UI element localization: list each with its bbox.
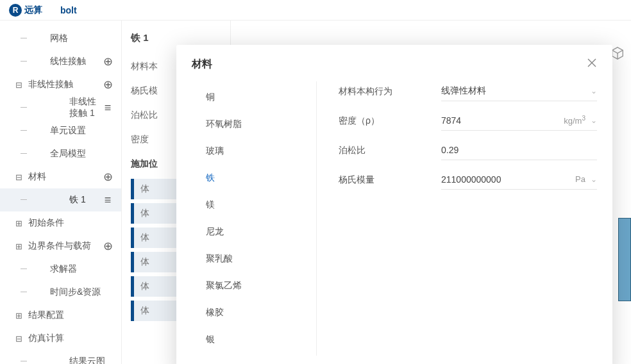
tree-item[interactable]: 时间步&资源 [0,281,121,304]
detail-title: 铁 1 [131,32,221,44]
tree-item[interactable]: 线性接触⊕ [0,50,121,73]
tree-item[interactable]: 铁 1≡ [0,188,121,211]
tree-item-label: 网格 [50,33,114,44]
tree-item-label: 非线性接触 1 [69,96,102,119]
material-option[interactable]: 铜 [192,84,316,111]
chevron-down-icon[interactable]: ⌄ [591,87,597,95]
form-row: 泊松比0.29 [339,141,597,160]
tree-item-label: 材料 [28,171,102,183]
form-row: 密度（ρ）7874kg/m3⌄ [339,112,597,131]
tree-item[interactable]: 非线性接触 1≡ [0,96,121,119]
menu-icon[interactable]: ≡ [102,101,114,115]
mesh-preview [618,218,631,301]
form-label: 杨氏模量 [339,174,441,186]
material-option[interactable]: 玻璃 [192,138,316,165]
tree-item-label: 非线性接触 [28,79,102,90]
expand-icon[interactable]: ⊞ [9,311,28,320]
material-option[interactable]: 橡胶 [192,299,316,326]
tree-item[interactable]: 全局模型 [0,142,121,165]
material-option[interactable]: 铁 [192,165,316,192]
form-label: 材料本构行为 [339,86,441,97]
expand-icon[interactable]: ⊟ [9,80,28,90]
tree-item[interactable]: 单元设置 [0,119,121,142]
form-value: 211000000000 [441,174,575,185]
material-form: 材料本构行为线弹性材料⌄密度（ρ）7874kg/m3⌄泊松比0.29杨氏模量21… [317,81,597,356]
form-row: 杨氏模量211000000000Pa⌄ [339,170,597,190]
model-tree: 网格线性接触⊕⊟非线性接触⊕非线性接触 1≡单元设置全局模型⊟材料⊕铁 1≡⊞初… [0,21,122,364]
app-header: R 远算 bolt [0,0,631,21]
tree-item[interactable]: 求解器 [0,258,121,281]
form-input[interactable]: 211000000000Pa⌄ [441,170,597,190]
expand-icon[interactable]: ⊞ [9,242,28,251]
view-cube-icon[interactable] [610,46,625,62]
form-label: 泊松比 [339,145,441,156]
chevron-down-icon[interactable]: ⌄ [591,175,597,184]
project-name[interactable]: bolt [60,5,77,15]
brand-logo: R 远算 [9,4,42,17]
form-value: 7874 [441,115,564,126]
material-option[interactable]: 镁 [192,192,316,219]
brand-mark: R [9,4,22,17]
tree-item-label: 边界条件与载荷 [28,240,102,252]
tree-item[interactable]: ⊞初始条件 [0,211,121,235]
form-row: 材料本构行为线弹性材料⌄ [339,82,597,101]
tree-item-label: 铁 1 [69,194,102,206]
menu-icon[interactable]: ≡ [102,194,114,207]
form-input[interactable]: 0.29 [441,141,597,160]
expand-icon[interactable]: ⊞ [9,219,28,228]
tree-item[interactable]: ⊟材料⊕ [0,165,121,188]
form-input[interactable]: 7874kg/m3⌄ [441,112,597,131]
material-option[interactable]: 环氧树脂 [192,111,316,138]
plus-icon[interactable]: ⊕ [102,239,114,253]
tree-item[interactable]: ⊞结果配置 [0,304,121,327]
plus-icon[interactable]: ⊕ [102,54,114,69]
tree-item-label: 结果配置 [28,310,114,321]
unit-label: kg/m3 [564,115,585,126]
form-value: 线弹性材料 [441,85,591,97]
expand-icon[interactable]: ⊟ [9,172,28,182]
material-option[interactable]: 聚乳酸 [192,245,316,272]
plus-icon[interactable]: ⊕ [102,78,114,92]
form-value: 0.29 [441,145,597,155]
tree-item-label: 时间步&资源 [50,286,114,298]
material-option[interactable]: 聚氯乙烯 [192,272,316,299]
tree-item[interactable]: ⊟非线性接触⊕ [0,73,121,96]
tree-item[interactable]: ⊟仿真计算 [0,327,121,350]
plus-icon[interactable]: ⊕ [102,170,114,184]
form-input[interactable]: 线弹性材料⌄ [441,82,597,101]
tree-item-label: 线性接触 [50,56,102,67]
tree-item-label: 全局模型 [50,148,114,160]
brand-name: 远算 [24,4,42,16]
material-list: 铜环氧树脂玻璃铁镁尼龙聚乳酸聚氯乙烯橡胶银 [192,81,317,356]
material-option[interactable]: 尼龙 [192,219,316,245]
tree-item-label: 单元设置 [50,125,114,136]
tree-item[interactable]: 网格 [0,27,121,50]
chevron-down-icon[interactable]: ⌄ [591,116,597,125]
tree-item-label: 结果云图 [69,356,114,364]
main-row: 网格线性接触⊕⊟非线性接触⊕非线性接触 1≡单元设置全局模型⊟材料⊕铁 1≡⊞初… [0,21,631,364]
tree-item-label: 求解器 [50,263,114,275]
close-icon[interactable] [587,58,597,70]
unit-label: Pa [575,174,585,184]
tree-item-label: 仿真计算 [28,333,114,344]
form-label: 密度（ρ） [339,115,441,127]
material-option[interactable]: 银 [192,326,316,353]
expand-icon[interactable]: ⊟ [9,334,28,343]
material-modal: 材料 铜环氧树脂玻璃铁镁尼龙聚乳酸聚氯乙烯橡胶银 材料本构行为线弹性材料⌄密度（… [176,45,612,364]
tree-item-label: 初始条件 [28,217,114,229]
tree-item[interactable]: ⊞边界条件与载荷⊕ [0,235,121,258]
tree-item[interactable]: 结果云图 [0,350,121,364]
modal-title: 材料 [192,58,212,71]
